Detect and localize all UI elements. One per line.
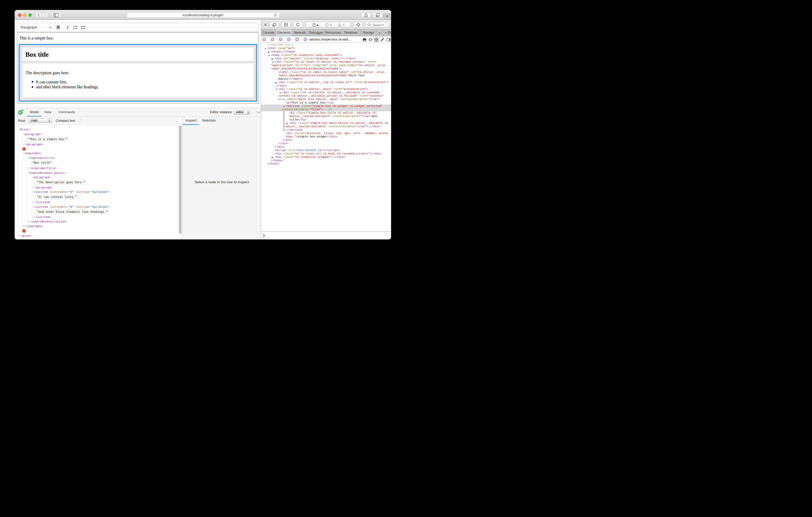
svg-text:2: 2 — [73, 28, 74, 30]
svg-text:1: 1 — [73, 26, 74, 27]
